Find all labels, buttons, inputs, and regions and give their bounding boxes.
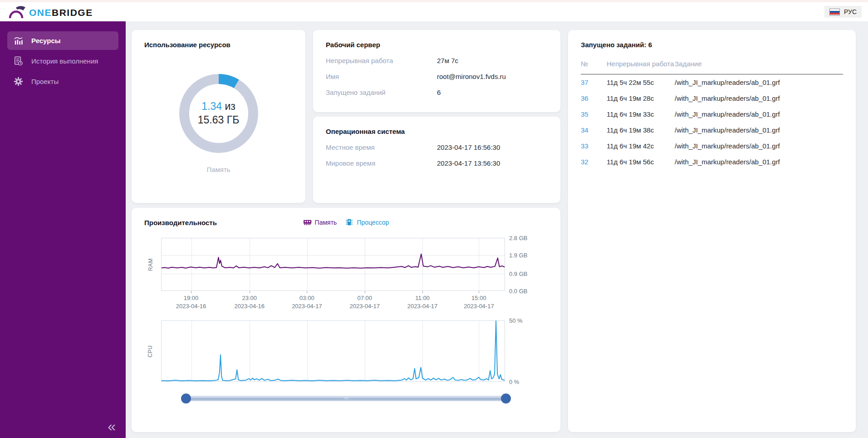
x-tick-mark [365,291,365,293]
x-tick-mark [307,291,307,293]
y-tick-label: 0 % [509,379,519,385]
slider-grip [344,397,348,399]
x-tick-label: 23:002023-04-16 [235,294,265,310]
logo-text: ONEBRIDGE [29,7,93,18]
card-title: Операционная система [326,128,548,135]
x-tick-mark [191,291,191,293]
cpu-y-axis: 50 %0 % [505,320,532,382]
ram-line-chart [161,238,505,291]
table-row: 32 11д 6ч 19м 56с /with_JI_markup/reader… [581,154,843,170]
sidebar-item-label: История выполнения [31,57,98,65]
cpu-chart-row: CPU 50 %0 % [144,320,548,382]
y-tick-label: 0.0 GB [509,288,527,295]
x-tick-mark [250,291,250,293]
job-task-path: /with_JI_markup/readers/ab_01.grf [675,158,843,166]
legend-label: Процессор [357,219,389,226]
jobs-panel-title: Запущено заданий: 6 [581,41,843,49]
job-number-link[interactable]: 35 [581,110,607,118]
info-label: Местное время [326,143,437,151]
resources-chart-icon [13,35,24,46]
column-header-uptime: Непрерывная работа [607,59,675,69]
table-row: 37 11д 5ч 22м 55с /with_JI_markup/reader… [581,74,843,90]
x-tick-label: 19:002023-04-16 [176,294,206,310]
job-number-link[interactable]: 33 [581,142,607,150]
onebridge-logo: ONEBRIDGE [8,5,93,19]
column-header-num: № [581,59,607,69]
job-task-path: /with_JI_markup/readers/ab_01.grf [675,126,843,134]
time-range-slider[interactable] [181,394,511,404]
local-time-value: 2023-04-17 16:56:30 [437,143,500,151]
x-tick-label: 03:002023-04-17 [292,294,322,310]
y-tick-label: 50 % [509,317,523,324]
x-tick-label: 15:002023-04-17 [464,294,494,310]
donut-center-text: 1.34 из 15.63 ГБ [176,70,262,157]
x-tick-mark [422,291,423,293]
time-x-axis: 19:002023-04-1623:002023-04-1603:002023-… [161,291,505,310]
server-uptime-value: 27м 7с [437,57,458,64]
card-title: Рабочий сервер [326,41,548,49]
info-label: Мировое время [326,159,437,167]
sidebar-item-label: Ресурсы [31,37,61,44]
job-uptime: 11д 5ч 22м 55с [607,79,675,86]
chart-legend: Память Процессор [303,218,389,226]
ram-y-axis: 2.8 GB1.9 GB0.9 GB0.0 GB [505,238,532,291]
utc-time-value: 2023-04-17 13:56:30 [437,159,500,167]
cpu-axis-title: CPU [144,320,161,382]
logo-bridge: BRIDGE [52,7,93,18]
job-uptime: 11д 6ч 19м 38с [607,126,675,134]
y-tick-label: 2.8 GB [509,235,527,241]
app-header: ONEBRIDGE РУС [0,2,868,21]
logo-one: ONE [29,7,52,18]
sidebar-item-resources[interactable]: Ресурсы [7,31,118,50]
memory-total-value: 15.63 ГБ [198,113,240,127]
memory-sep: из [225,100,235,112]
cpu-line-chart [161,320,505,382]
os-card: Операционная система Местное время 2023-… [313,117,560,203]
slider-handle-left[interactable] [181,394,191,404]
projects-gear-icon [13,76,24,87]
performance-card: Производительность Пам [132,208,560,432]
job-task-path: /with_JI_markup/readers/ab_01.grf [675,110,843,118]
info-label: Запущено заданий [326,89,437,96]
x-tick-label: 07:002023-04-17 [349,294,380,310]
info-label: Непрерывная работа [326,57,437,64]
slider-handle-right[interactable] [501,394,511,404]
column-header-task: Задание [675,59,843,69]
job-uptime: 11д 6ч 19м 42с [607,142,675,150]
job-number-link[interactable]: 37 [581,79,607,86]
job-uptime: 11д 6ч 19м 28с [607,94,675,102]
job-number-link[interactable]: 32 [581,158,607,166]
legend-item-cpu[interactable]: Процессор [345,218,389,226]
server-name-value: root@mironov1.fvds.ru [437,73,506,80]
table-row: 36 11д 6ч 19м 28с /with_JI_markup/reader… [581,90,843,106]
memory-donut-chart: 1.34 из 15.63 ГБ Память [144,70,293,173]
card-title: Производительность [144,219,217,226]
resource-usage-card: Использование ресурсов 1.34 из 15.63 ГБ … [132,30,305,203]
y-tick-label: 0.9 GB [509,271,527,277]
russia-flag-icon [829,9,840,15]
job-number-link[interactable]: 36 [581,94,607,102]
job-task-path: /with_JI_markup/readers/ab_01.grf [675,94,843,102]
x-tick-mark [479,291,479,293]
legend-item-memory[interactable]: Память [303,218,337,226]
job-task-path: /with_JI_markup/readers/ab_01.grf [675,142,843,150]
donut-caption: Память [206,166,230,173]
ram-chart-row: RAM 2.8 GB1.9 GB0.9 GB0.0 GB [144,238,548,291]
ram-axis-title: RAM [144,238,161,291]
job-number-link[interactable]: 34 [581,126,607,134]
sidebar-collapse-button[interactable]: « [108,419,116,433]
language-switcher-button[interactable]: РУС [824,6,862,18]
info-row: Мировое время 2023-04-17 13:56:30 [326,159,548,167]
job-task-path: /with_JI_markup/readers/ab_01.grf [675,79,843,86]
info-row: Имя root@mironov1.fvds.ru [326,73,548,80]
job-uptime: 11д 6ч 19м 56с [607,158,675,166]
card-title: Использование ресурсов [144,41,293,49]
sidebar-item-history[interactable]: История выполнения [7,52,118,70]
history-document-clock-icon [13,56,24,66]
running-jobs-card: Запущено заданий: 6 № Непрерывная работа… [568,30,856,432]
memory-used-value: 1.34 [201,100,222,112]
sidebar-item-projects[interactable]: Проекты [7,72,118,91]
legend-label: Память [315,219,337,226]
info-row: Непрерывная работа 27м 7с [326,57,548,64]
info-row: Запущено заданий 6 [326,89,548,96]
